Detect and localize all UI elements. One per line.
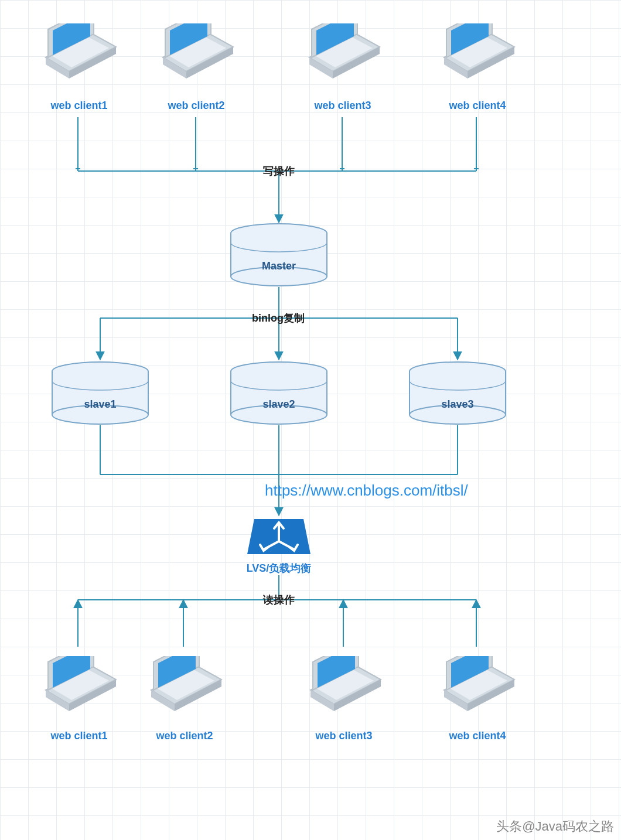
lvs-icon bbox=[246, 515, 312, 560]
laptop-icon bbox=[141, 656, 223, 721]
laptop-icon bbox=[35, 23, 117, 88]
slave1-db-icon bbox=[50, 361, 150, 428]
web-client-b2-label: web client2 bbox=[141, 730, 228, 742]
laptop-icon bbox=[152, 23, 234, 88]
web-client-4-label: web client4 bbox=[434, 100, 521, 112]
master-db-icon bbox=[229, 223, 329, 289]
lvs-label: LVS/负载均衡 bbox=[234, 561, 323, 575]
slave3-db-label: slave3 bbox=[408, 398, 507, 411]
watermark-credit: 头条@Java码农之路 bbox=[496, 818, 614, 835]
diagram-canvas: web client1 web client2 web client3 web … bbox=[0, 0, 621, 840]
web-client-3-label: web client3 bbox=[299, 100, 387, 112]
web-client-b1-label: web client1 bbox=[35, 730, 123, 742]
slave3-db-icon bbox=[408, 361, 507, 428]
web-client-2-label: web client2 bbox=[152, 100, 240, 112]
edge-read-label: 读操作 bbox=[261, 593, 297, 607]
slave2-db-label: slave2 bbox=[229, 398, 329, 411]
laptop-icon bbox=[299, 23, 381, 88]
edge-write-label: 写操作 bbox=[261, 164, 297, 178]
slave2-db-icon bbox=[229, 361, 329, 428]
master-db-label: Master bbox=[229, 260, 329, 272]
web-client-b4-label: web client4 bbox=[434, 730, 521, 742]
laptop-icon bbox=[35, 656, 117, 721]
laptop-icon bbox=[434, 23, 516, 88]
web-client-b3-label: web client3 bbox=[300, 730, 388, 742]
laptop-icon bbox=[434, 656, 516, 721]
watermark-url: https://www.cnblogs.com/itbsl/ bbox=[265, 482, 468, 500]
web-client-1-label: web client1 bbox=[35, 100, 123, 112]
laptop-icon bbox=[300, 656, 382, 721]
slave1-db-label: slave1 bbox=[50, 398, 150, 411]
edge-binlog-label: binlog复制 bbox=[250, 311, 307, 325]
